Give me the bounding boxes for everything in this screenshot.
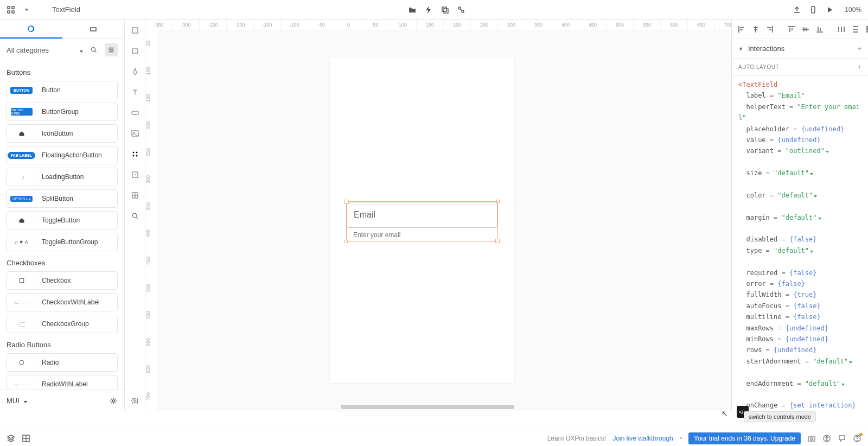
mobile-icon[interactable] [809, 5, 818, 14]
component-list[interactable]: Buttons BUTTONButton ONE TWO THREEButton… [0, 61, 124, 390]
section-radios: Radio Buttons [7, 341, 118, 349]
distribute-v-icon[interactable] [851, 25, 860, 34]
layers-icon [89, 25, 98, 34]
component-checkboxgroup[interactable]: ☐—☐—CheckboxGroup [7, 315, 118, 333]
camera-icon[interactable] [807, 434, 816, 443]
selected-textfield[interactable]: Email Enter your email [346, 201, 498, 241]
distribute-h-icon[interactable] [837, 25, 846, 34]
canvas[interactable]: -350-300-250-200-150-100-500501001502002… [145, 20, 731, 411]
zoom-level[interactable]: 100% [845, 6, 861, 14]
tab-layers[interactable] [62, 20, 125, 39]
tool-search[interactable] [130, 211, 141, 221]
layers-panel-icon[interactable] [7, 434, 15, 443]
svg-rect-4 [442, 7, 446, 11]
code-props-panel[interactable]: <TextField label = "Email" helperText = … [732, 76, 868, 411]
svg-point-35 [810, 438, 813, 440]
component-checkboxwithlabel[interactable]: ☐ ——CheckboxWithLabel [7, 293, 118, 311]
component-togglebuttongroup[interactable]: ⌂ ★ AToggleButtonGroup [7, 233, 118, 251]
component-checkbox[interactable]: Checkbox [7, 271, 118, 290]
component-togglebutton[interactable]: ToggleButton [7, 211, 118, 230]
svg-rect-3 [12, 11, 14, 13]
interactions-header[interactable]: Interactions + [732, 39, 868, 58]
walkthrough-link[interactable]: Join live walkthrough [612, 435, 673, 442]
auto-layout-header[interactable]: AUTO LAYOUT + [732, 59, 868, 75]
tool-button[interactable] [130, 107, 141, 118]
ruler-horizontal: -350-300-250-200-150-100-500501001502002… [145, 20, 731, 30]
tool-image[interactable] [130, 128, 141, 139]
tab-design-system[interactable] [0, 20, 62, 39]
svg-rect-16 [132, 28, 138, 33]
tool-rectangle[interactable] [130, 46, 141, 56]
svg-rect-0 [8, 7, 10, 9]
component-button[interactable]: BUTTONButton [7, 81, 118, 99]
svg-rect-1 [12, 7, 14, 9]
svg-point-12 [20, 175, 24, 179]
component-fab[interactable]: FAB LABELFloatingActionButton [7, 146, 118, 164]
svg-rect-2 [8, 11, 10, 13]
tool-hotspot[interactable] [130, 169, 141, 180]
tool-pen[interactable] [130, 66, 141, 77]
component-loadingbutton[interactable]: LoadingButton [7, 168, 118, 186]
svg-point-39 [857, 440, 858, 441]
link-icon[interactable] [457, 5, 465, 14]
align-bottom-icon[interactable] [815, 25, 824, 34]
list-view-icon[interactable] [105, 43, 118, 56]
home-icon [17, 129, 26, 138]
ruler-vertical: 5010015020025030035040045050055060065070… [145, 30, 158, 411]
help-icon[interactable] [853, 434, 861, 443]
topbar: TextField 100% [0, 0, 868, 20]
add-autolayout-button[interactable]: + [858, 64, 861, 70]
align-right-icon[interactable] [765, 25, 774, 34]
component-splitbutton[interactable]: OPTION 1 ▾SplitButton [7, 189, 118, 208]
gear-icon[interactable] [109, 397, 118, 405]
spinner-icon [17, 173, 26, 181]
svg-point-14 [20, 360, 24, 365]
bolt-icon[interactable] [424, 5, 433, 14]
align-left-icon[interactable] [737, 25, 746, 34]
tool-component[interactable] [130, 190, 141, 201]
library-select[interactable]: MUI [7, 397, 27, 405]
search-icon[interactable] [87, 43, 100, 56]
svg-rect-17 [132, 49, 138, 53]
align-center-h-icon[interactable] [751, 25, 760, 34]
tool-variables[interactable]: {$} [130, 395, 141, 406]
align-top-icon[interactable] [787, 25, 796, 34]
play-icon[interactable] [825, 5, 834, 14]
canvas-scrollbar[interactable] [341, 405, 514, 409]
svg-rect-34 [808, 437, 815, 441]
learn-text: Learn UXPin basics! [547, 435, 607, 442]
apps-icon[interactable] [7, 5, 15, 14]
svg-point-21 [132, 152, 134, 154]
tool-text[interactable] [130, 87, 141, 98]
folder-icon[interactable] [408, 5, 417, 14]
accessibility-icon[interactable] [822, 434, 831, 443]
svg-point-20 [133, 132, 135, 133]
home-icon [17, 216, 26, 225]
textfield-helper: Enter your email [347, 228, 497, 241]
share-icon[interactable] [793, 5, 801, 14]
chevron-down-icon[interactable] [22, 5, 30, 14]
grid-panel-icon[interactable] [22, 434, 30, 443]
component-radiowithlabel[interactable]: ○ ——RadioWithLabel [7, 375, 118, 390]
component-radio[interactable]: Radio [7, 353, 118, 372]
align-center-v-icon[interactable] [801, 25, 810, 34]
comment-icon[interactable] [838, 434, 846, 443]
textfield-label: Email [347, 202, 497, 228]
page-title: TextField [52, 5, 80, 14]
upgrade-button[interactable]: Your trial ends in 36 days. Upgrade [688, 432, 801, 444]
copy-icon[interactable] [441, 5, 449, 14]
component-buttongroup[interactable]: ONE TWO THREEButtonGroup [7, 103, 118, 121]
svg-rect-8 [812, 7, 815, 13]
svg-rect-10 [91, 28, 96, 31]
right-panel: Interactions + AUTO LAYOUT + <TextField … [731, 20, 868, 411]
add-interaction-button[interactable]: + [857, 44, 861, 53]
tool-frame[interactable] [130, 25, 141, 36]
component-iconbutton[interactable]: IconButton [7, 124, 118, 143]
category-filter[interactable]: All categories [7, 46, 83, 54]
tidy-icon[interactable] [865, 25, 868, 34]
checkbox-icon [17, 276, 26, 285]
tooltip: switch to controls mode [744, 411, 816, 422]
svg-point-22 [136, 152, 137, 154]
tool-icons[interactable] [130, 149, 141, 160]
svg-point-11 [92, 48, 95, 52]
